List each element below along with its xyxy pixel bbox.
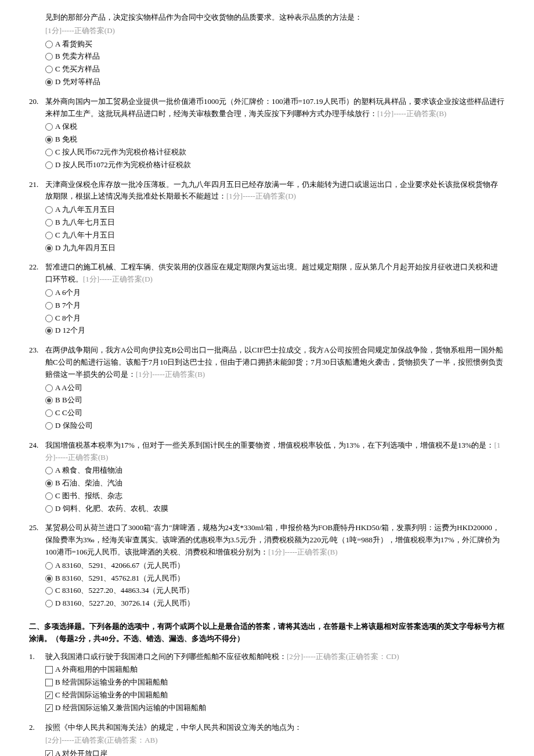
radio-icon[interactable]	[45, 219, 53, 226]
radio-icon[interactable]	[45, 53, 53, 60]
option-row[interactable]: D 凭对等样品	[45, 76, 505, 88]
option-row[interactable]: A 九八年五月五日	[45, 204, 505, 216]
option-label: B 免税	[55, 134, 505, 146]
question: 24.我国增值税基本税率为17%，但对于一些关系到国计民生的重要物资，增值税税率…	[29, 440, 505, 516]
checkbox-icon[interactable]	[45, 704, 53, 712]
radio-icon[interactable]	[45, 587, 53, 595]
radio-icon[interactable]	[45, 78, 53, 86]
score-answer: [1分]-----正确答案(B)	[268, 548, 337, 556]
checkbox-icon[interactable]	[45, 679, 53, 686]
radio-icon[interactable]	[45, 397, 53, 404]
option-label: D 83160、5227.20、30726.14（元人民币）	[55, 597, 505, 610]
radio-icon[interactable]	[45, 289, 53, 297]
options-group: A 6个月B 7个月C 8个月D 12个月	[45, 287, 505, 337]
option-label: A 外商租用的中国籍船舶	[55, 664, 505, 676]
question: 2.按照《中华人民共和国海关法》的规定，中华人民共和国设立海关的地点为：[2分]…	[29, 722, 505, 756]
option-row[interactable]: A 外商租用的中国籍船舶	[45, 664, 505, 676]
radio-icon[interactable]	[45, 302, 53, 309]
radio-icon[interactable]	[45, 600, 53, 607]
radio-icon[interactable]	[45, 505, 53, 513]
option-label: D 经营国际运输又兼营国内运输的中国籍船舶	[55, 702, 505, 714]
option-row[interactable]: C 图书、报纸、杂志	[45, 490, 505, 502]
option-row[interactable]: D 九九年四月五日	[45, 242, 505, 254]
question-body: 在两伊战争期间，我方A公司向伊拉克B公司出口一批商品，以CIF巴士拉成交，我方A…	[45, 344, 505, 433]
radio-icon[interactable]	[45, 492, 53, 500]
radio-icon[interactable]	[45, 327, 53, 334]
checkbox-icon[interactable]	[45, 750, 53, 756]
question-body: 某外商向国内一加工贸易企业提供一批价值港币1000元（外汇牌价：100港币=10…	[45, 96, 505, 172]
option-label: C 九八年十月五日	[55, 229, 505, 242]
question-number: 2.	[29, 722, 45, 756]
checkbox-icon[interactable]	[45, 666, 53, 674]
option-row[interactable]: D 饲料、化肥、农药、农机、农膜	[45, 503, 505, 515]
option-row[interactable]: C 九八年十月五日	[45, 229, 505, 242]
option-label: A 6个月	[55, 287, 505, 299]
option-label: A 83160、5291、42066.67（元人民币）	[55, 560, 505, 572]
checkbox-icon[interactable]	[45, 692, 53, 699]
options-group: A A公司B B公司C C公司D 保险公司	[45, 382, 505, 432]
radio-icon[interactable]	[45, 41, 53, 48]
option-label: C 8个月	[55, 312, 505, 325]
radio-icon[interactable]	[45, 206, 53, 214]
radio-icon[interactable]	[45, 315, 53, 322]
question-text: 某贸易公司从荷兰进口了3000箱"喜力"牌啤酒，规格为24支*330ml/箱，申…	[45, 522, 505, 558]
options-group: A 对外开放口岸B 海关监管业务集中的地点C 边境D 沿海城市	[45, 748, 505, 756]
option-row[interactable]: D 83160、5227.20、30726.14（元人民币）	[45, 597, 505, 610]
question-text: 天津商业保税仓库存放一批冷压薄板。一九九八年四月五日已经存放满一年，仍未能转为进…	[45, 179, 505, 203]
radio-icon[interactable]	[45, 66, 53, 73]
option-label: A 粮食、食用植物油	[55, 465, 505, 477]
radio-icon[interactable]	[45, 562, 53, 570]
option-row[interactable]: B 83160、5291、45762.81（元人民币）	[45, 573, 505, 585]
option-row[interactable]: D 按人民币1072元作为完税价格计征税款	[45, 159, 505, 171]
option-label: D 饲料、化肥、农药、农机、农膜	[55, 503, 505, 515]
option-row[interactable]: B 石油、柴油、汽油	[45, 477, 505, 489]
radio-icon[interactable]	[45, 575, 53, 582]
option-row[interactable]: A 看货购买	[45, 38, 505, 51]
option-label: C 凭买方样品	[55, 63, 505, 75]
option-row[interactable]: B 7个月	[45, 300, 505, 312]
radio-icon[interactable]	[45, 149, 53, 156]
option-row[interactable]: B 凭卖方样品	[45, 51, 505, 63]
option-row[interactable]: C 凭买方样品	[45, 63, 505, 75]
option-row[interactable]: B 九八年七月五日	[45, 217, 505, 229]
score-answer: [1分]-----正确答案(D)	[45, 26, 115, 35]
option-row[interactable]: C 经营国际运输业务的中国籍船舶	[45, 689, 505, 701]
option-row[interactable]: D 保险公司	[45, 420, 505, 432]
radio-icon[interactable]	[45, 422, 53, 430]
radio-icon[interactable]	[45, 136, 53, 143]
question: 23.在两伊战争期间，我方A公司向伊拉克B公司出口一批商品，以CIF巴士拉成交，…	[29, 344, 505, 433]
question-text: 某外商向国内一加工贸易企业提供一批价值港币1000元（外汇牌价：100港币=10…	[45, 96, 505, 120]
radio-icon[interactable]	[45, 384, 53, 392]
option-row[interactable]: C 按人民币672元作为完税价格计征税款	[45, 146, 505, 159]
option-row[interactable]: C 83160、5227.20、44863.34（元人民币）	[45, 585, 505, 597]
score-answer: [2分]-----正确答案(正确答案：CD)	[287, 652, 399, 661]
radio-icon[interactable]	[45, 467, 53, 474]
option-label: B 九八年七月五日	[55, 217, 505, 229]
option-row[interactable]: A 粮食、食用植物油	[45, 465, 505, 477]
option-row[interactable]: A 83160、5291、42066.67（元人民币）	[45, 560, 505, 572]
option-row[interactable]: C 8个月	[45, 312, 505, 325]
option-row[interactable]: A 对外开放口岸	[45, 748, 505, 756]
options-group: A 看货购买B 凭卖方样品C 凭买方样品D 凭对等样品	[45, 38, 505, 88]
question-stem: 在两伊战争期间，我方A公司向伊拉克B公司出口一批商品，以CIF巴士拉成交，我方A…	[45, 345, 503, 379]
radio-icon[interactable]	[45, 123, 53, 131]
option-row[interactable]: D 12个月	[45, 325, 505, 337]
option-row[interactable]: B B公司	[45, 394, 505, 406]
option-row[interactable]: A 6个月	[45, 287, 505, 299]
option-row[interactable]: C C公司	[45, 407, 505, 419]
radio-icon[interactable]	[45, 161, 53, 169]
option-row[interactable]: A A公司	[45, 382, 505, 394]
option-row[interactable]: B 经营国际运输业务的中国籍船舶	[45, 676, 505, 689]
option-label: B 经营国际运输业务的中国籍船舶	[55, 676, 505, 689]
option-row[interactable]: B 免税	[45, 134, 505, 146]
question-text: 按照《中华人民共和国海关法》的规定，中华人民共和国设立海关的地点为：	[45, 722, 505, 734]
option-label: A A公司	[55, 382, 505, 394]
option-row[interactable]: A 保税	[45, 121, 505, 133]
option-row[interactable]: D 经营国际运输又兼营国内运输的中国籍船舶	[45, 702, 505, 714]
question-body: 某贸易公司从荷兰进口了3000箱"喜力"牌啤酒，规格为24支*330ml/箱，申…	[45, 522, 505, 610]
radio-icon[interactable]	[45, 244, 53, 252]
question: 见到的那部分产品，决定按实物样品作为合同中交收货物的品质要求。这种表示品质的方法…	[29, 12, 505, 89]
radio-icon[interactable]	[45, 409, 53, 417]
radio-icon[interactable]	[45, 232, 53, 239]
radio-icon[interactable]	[45, 480, 53, 487]
